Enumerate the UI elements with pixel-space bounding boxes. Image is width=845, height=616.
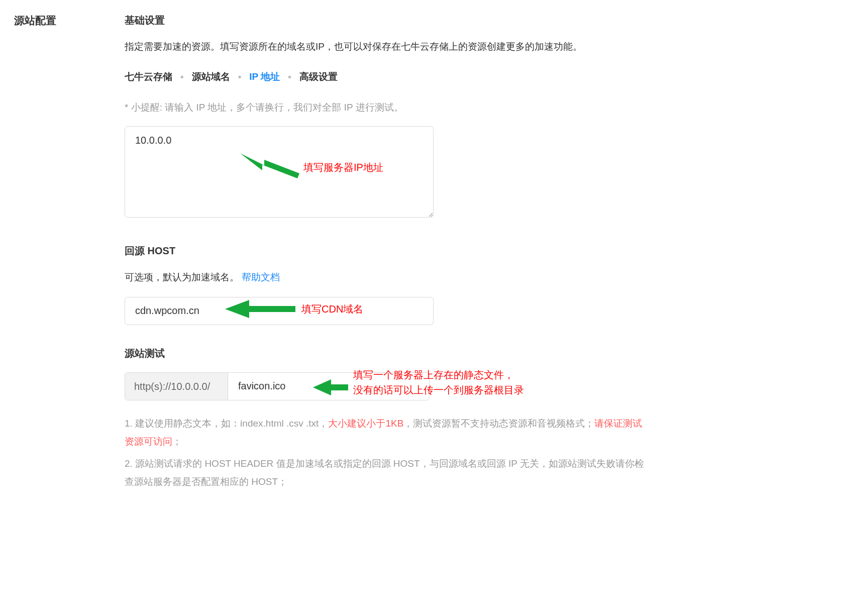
arrow-left-icon xyxy=(313,377,348,397)
arrow-left-icon xyxy=(240,153,299,181)
host-desc-text: 可选项，默认为加速域名。 xyxy=(125,272,242,282)
help-doc-link[interactable]: 帮助文档 xyxy=(242,272,280,282)
ip-hint: * 小提醒: 请输入 IP 地址，多个请换行，我们对全部 IP 进行测试。 xyxy=(125,100,647,115)
host-annotation: 填写CDN域名 xyxy=(225,299,363,319)
test-annotation: 填写一个服务器上存在的静态文件， 没有的话可以上传一个到服务器根目录 xyxy=(313,367,524,397)
ip-annotation: 填写服务器IP地址 xyxy=(240,153,383,181)
dot-separator-icon: • xyxy=(238,69,242,84)
test-url-prefix: http(s)://10.0.0.0/ xyxy=(125,373,228,400)
host-annotation-text: 填写CDN域名 xyxy=(301,301,363,317)
ip-annotation-text: 填写服务器IP地址 xyxy=(303,159,383,175)
dot-separator-icon: • xyxy=(288,69,291,84)
tab-advanced[interactable]: 高级设置 xyxy=(299,69,338,84)
note-1: 1. 建议使用静态文本，如：index.html .csv .txt，大小建议小… xyxy=(125,415,647,451)
svg-marker-1 xyxy=(225,300,295,318)
test-title: 源站测试 xyxy=(125,345,647,361)
svg-marker-2 xyxy=(313,379,348,395)
tab-ip-address[interactable]: IP 地址 xyxy=(249,69,280,84)
sidebar-title: 源站配置 xyxy=(14,12,125,29)
tab-origin-domain[interactable]: 源站域名 xyxy=(192,69,230,84)
host-desc: 可选项，默认为加速域名。 帮助文档 xyxy=(125,270,647,285)
note-1-a: 1. 建议使用静态文本，如：index.html .csv .txt， xyxy=(125,418,328,429)
note-1-b: ，测试资源暂不支持动态资源和音视频格式； xyxy=(403,418,594,429)
note-1-c: ； xyxy=(172,436,182,447)
host-title: 回源 HOST xyxy=(125,243,647,259)
basic-settings-title: 基础设置 xyxy=(125,12,647,28)
dot-separator-icon: • xyxy=(180,69,184,84)
test-notes: 1. 建议使用静态文本，如：index.html .csv .txt，大小建议小… xyxy=(125,415,647,491)
test-annotation-line1: 填写一个服务器上存在的静态文件， xyxy=(353,367,524,382)
test-annotation-line2: 没有的话可以上传一个到服务器根目录 xyxy=(353,382,524,397)
origin-type-tabs: 七牛云存储 • 源站域名 • IP 地址 • 高级设置 xyxy=(125,69,647,84)
basic-settings-desc: 指定需要加速的资源。填写资源所在的域名或IP，也可以对保存在七牛云存储上的资源创… xyxy=(125,39,647,54)
tab-qiniu-storage[interactable]: 七牛云存储 xyxy=(125,69,172,84)
note-1-red1: 大小建议小于1KB xyxy=(328,418,403,429)
note-2: 2. 源站测试请求的 HOST HEADER 值是加速域名或指定的回源 HOST… xyxy=(125,455,647,491)
svg-marker-0 xyxy=(240,153,299,178)
arrow-left-icon xyxy=(225,299,295,319)
